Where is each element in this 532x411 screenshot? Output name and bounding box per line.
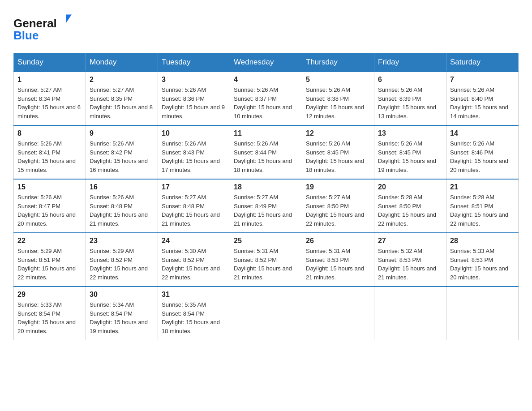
day-info: Sunrise: 5:26 AMSunset: 8:45 PMDaylight:… xyxy=(378,139,442,174)
day-number: 12 xyxy=(306,129,370,137)
day-info: Sunrise: 5:27 AMSunset: 8:50 PMDaylight:… xyxy=(306,193,370,228)
day-number: 21 xyxy=(450,183,515,191)
week-row-1: 1Sunrise: 5:27 AMSunset: 8:34 PMDaylight… xyxy=(14,72,519,125)
header-day-monday: Monday xyxy=(86,53,158,72)
day-info: Sunrise: 5:31 AMSunset: 8:52 PMDaylight:… xyxy=(234,247,298,282)
calendar-cell: 5Sunrise: 5:26 AMSunset: 8:38 PMDaylight… xyxy=(302,72,374,125)
calendar-table: SundayMondayTuesdayWednesdayThursdayFrid… xyxy=(13,53,519,340)
calendar-cell: 29Sunrise: 5:33 AMSunset: 8:54 PMDayligh… xyxy=(14,287,86,340)
day-number: 6 xyxy=(378,76,442,84)
calendar-cell: 25Sunrise: 5:31 AMSunset: 8:52 PMDayligh… xyxy=(230,233,302,287)
week-row-2: 8Sunrise: 5:26 AMSunset: 8:41 PMDaylight… xyxy=(14,125,519,179)
week-row-5: 29Sunrise: 5:33 AMSunset: 8:54 PMDayligh… xyxy=(14,287,519,340)
calendar-cell: 22Sunrise: 5:29 AMSunset: 8:51 PMDayligh… xyxy=(14,233,86,287)
day-info: Sunrise: 5:33 AMSunset: 8:54 PMDaylight:… xyxy=(17,300,82,335)
day-number: 14 xyxy=(450,129,515,137)
day-number: 18 xyxy=(234,183,298,191)
calendar-cell: 17Sunrise: 5:27 AMSunset: 8:48 PMDayligh… xyxy=(158,179,230,233)
calendar-cell: 28Sunrise: 5:33 AMSunset: 8:53 PMDayligh… xyxy=(446,233,519,287)
calendar-cell xyxy=(302,287,374,340)
calendar-cell: 19Sunrise: 5:27 AMSunset: 8:50 PMDayligh… xyxy=(302,179,374,233)
day-info: Sunrise: 5:26 AMSunset: 8:42 PMDaylight:… xyxy=(90,139,154,174)
calendar-cell: 7Sunrise: 5:26 AMSunset: 8:40 PMDaylight… xyxy=(446,72,519,125)
day-info: Sunrise: 5:26 AMSunset: 8:48 PMDaylight:… xyxy=(90,193,154,228)
header-day-wednesday: Wednesday xyxy=(230,53,302,72)
day-number: 25 xyxy=(234,237,298,245)
day-info: Sunrise: 5:26 AMSunset: 8:44 PMDaylight:… xyxy=(234,139,298,174)
day-info: Sunrise: 5:26 AMSunset: 8:40 PMDaylight:… xyxy=(450,86,515,120)
svg-text:Blue: Blue xyxy=(13,29,39,42)
day-info: Sunrise: 5:28 AMSunset: 8:51 PMDaylight:… xyxy=(450,193,515,228)
day-info: Sunrise: 5:28 AMSunset: 8:50 PMDaylight:… xyxy=(378,193,442,228)
calendar-cell: 10Sunrise: 5:26 AMSunset: 8:43 PMDayligh… xyxy=(158,125,230,179)
day-info: Sunrise: 5:26 AMSunset: 8:39 PMDaylight:… xyxy=(378,86,442,120)
day-number: 28 xyxy=(450,237,515,245)
day-info: Sunrise: 5:29 AMSunset: 8:52 PMDaylight:… xyxy=(90,247,154,282)
calendar-cell xyxy=(230,287,302,340)
day-info: Sunrise: 5:27 AMSunset: 8:48 PMDaylight:… xyxy=(162,193,226,228)
week-row-3: 15Sunrise: 5:26 AMSunset: 8:47 PMDayligh… xyxy=(14,179,519,233)
calendar-cell xyxy=(446,287,519,340)
header-day-friday: Friday xyxy=(374,53,446,72)
calendar-cell: 27Sunrise: 5:32 AMSunset: 8:53 PMDayligh… xyxy=(374,233,446,287)
day-info: Sunrise: 5:26 AMSunset: 8:43 PMDaylight:… xyxy=(162,139,226,174)
calendar-cell: 20Sunrise: 5:28 AMSunset: 8:50 PMDayligh… xyxy=(374,179,446,233)
day-number: 26 xyxy=(306,237,370,245)
day-info: Sunrise: 5:27 AMSunset: 8:49 PMDaylight:… xyxy=(234,193,298,228)
calendar-cell: 30Sunrise: 5:34 AMSunset: 8:54 PMDayligh… xyxy=(86,287,158,340)
day-number: 4 xyxy=(234,76,298,84)
calendar-cell: 14Sunrise: 5:26 AMSunset: 8:46 PMDayligh… xyxy=(446,125,519,179)
header-day-saturday: Saturday xyxy=(446,53,519,72)
day-number: 30 xyxy=(90,291,154,299)
calendar-cell: 6Sunrise: 5:26 AMSunset: 8:39 PMDaylight… xyxy=(374,72,446,125)
calendar-cell: 12Sunrise: 5:26 AMSunset: 8:45 PMDayligh… xyxy=(302,125,374,179)
day-number: 20 xyxy=(378,183,442,191)
header-day-thursday: Thursday xyxy=(302,53,374,72)
day-info: Sunrise: 5:26 AMSunset: 8:47 PMDaylight:… xyxy=(17,193,82,228)
day-number: 3 xyxy=(162,76,226,84)
page-header: General Blue xyxy=(13,9,519,45)
day-info: Sunrise: 5:30 AMSunset: 8:52 PMDaylight:… xyxy=(162,247,226,282)
calendar-cell: 8Sunrise: 5:26 AMSunset: 8:41 PMDaylight… xyxy=(14,125,86,179)
day-info: Sunrise: 5:26 AMSunset: 8:41 PMDaylight:… xyxy=(17,139,82,174)
calendar-cell xyxy=(374,287,446,340)
calendar-cell: 4Sunrise: 5:26 AMSunset: 8:37 PMDaylight… xyxy=(230,72,302,125)
calendar-cell: 11Sunrise: 5:26 AMSunset: 8:44 PMDayligh… xyxy=(230,125,302,179)
day-number: 5 xyxy=(306,76,370,84)
day-number: 29 xyxy=(17,291,82,299)
day-number: 10 xyxy=(162,129,226,137)
day-number: 1 xyxy=(17,76,82,84)
calendar-cell: 1Sunrise: 5:27 AMSunset: 8:34 PMDaylight… xyxy=(14,72,86,125)
logo-image: General Blue xyxy=(13,9,72,45)
day-number: 2 xyxy=(90,76,154,84)
day-number: 19 xyxy=(306,183,370,191)
day-info: Sunrise: 5:26 AMSunset: 8:38 PMDaylight:… xyxy=(306,86,370,120)
day-number: 9 xyxy=(90,129,154,137)
day-number: 31 xyxy=(162,291,226,299)
calendar-cell: 3Sunrise: 5:26 AMSunset: 8:36 PMDaylight… xyxy=(158,72,230,125)
day-info: Sunrise: 5:26 AMSunset: 8:37 PMDaylight:… xyxy=(234,86,298,120)
calendar-cell: 21Sunrise: 5:28 AMSunset: 8:51 PMDayligh… xyxy=(446,179,519,233)
day-info: Sunrise: 5:35 AMSunset: 8:54 PMDaylight:… xyxy=(162,300,226,335)
day-number: 16 xyxy=(90,183,154,191)
day-number: 24 xyxy=(162,237,226,245)
day-number: 17 xyxy=(162,183,226,191)
day-number: 23 xyxy=(90,237,154,245)
week-row-4: 22Sunrise: 5:29 AMSunset: 8:51 PMDayligh… xyxy=(14,233,519,287)
day-info: Sunrise: 5:27 AMSunset: 8:35 PMDaylight:… xyxy=(90,86,154,120)
day-info: Sunrise: 5:29 AMSunset: 8:51 PMDaylight:… xyxy=(17,247,82,282)
day-info: Sunrise: 5:26 AMSunset: 8:45 PMDaylight:… xyxy=(306,139,370,174)
calendar-cell: 2Sunrise: 5:27 AMSunset: 8:35 PMDaylight… xyxy=(86,72,158,125)
calendar-cell: 24Sunrise: 5:30 AMSunset: 8:52 PMDayligh… xyxy=(158,233,230,287)
svg-marker-1 xyxy=(66,15,72,23)
day-number: 13 xyxy=(378,129,442,137)
day-number: 8 xyxy=(17,129,82,137)
day-number: 11 xyxy=(234,129,298,137)
header-day-sunday: Sunday xyxy=(14,53,86,72)
day-info: Sunrise: 5:34 AMSunset: 8:54 PMDaylight:… xyxy=(90,300,154,335)
day-info: Sunrise: 5:32 AMSunset: 8:53 PMDaylight:… xyxy=(378,247,442,282)
calendar-cell: 26Sunrise: 5:31 AMSunset: 8:53 PMDayligh… xyxy=(302,233,374,287)
header-day-tuesday: Tuesday xyxy=(158,53,230,72)
day-info: Sunrise: 5:27 AMSunset: 8:34 PMDaylight:… xyxy=(17,86,82,120)
day-info: Sunrise: 5:31 AMSunset: 8:53 PMDaylight:… xyxy=(306,247,370,282)
